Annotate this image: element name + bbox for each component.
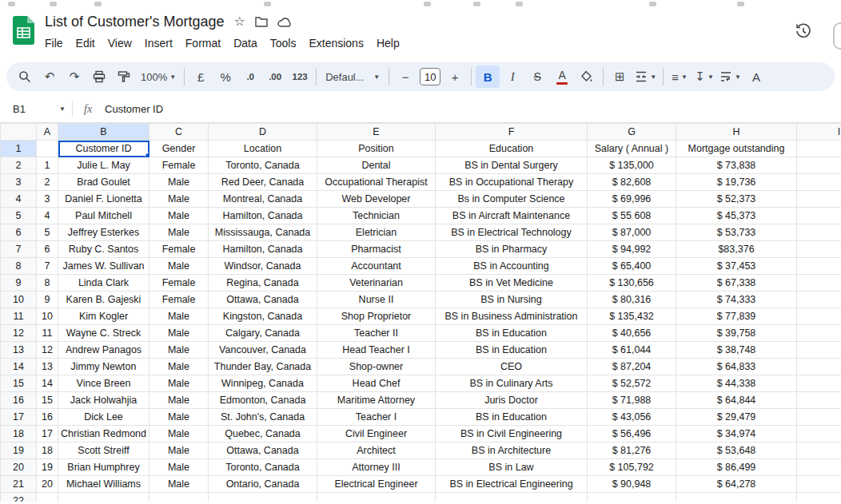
cell-A22[interactable] — [37, 493, 58, 502]
cell-D15[interactable]: Winnipeg, Canada — [209, 375, 317, 392]
cell-E6[interactable]: Eletrician — [317, 224, 436, 241]
cell-I1[interactable] — [797, 141, 841, 157]
cell-E9[interactable]: Veterinarian — [317, 275, 436, 292]
cell-F4[interactable]: Bs in Computer Science — [436, 191, 588, 208]
cell-G11[interactable]: $ 135,432 — [588, 308, 676, 325]
formula-input[interactable]: Customer ID — [105, 103, 163, 115]
cell-D4[interactable]: Montreal, Canada — [209, 191, 317, 208]
cell-I2[interactable] — [797, 157, 841, 174]
text-wrap-button[interactable]: ▼ — [717, 65, 743, 88]
cell-E11[interactable]: Shop Proprietor — [317, 308, 436, 325]
strikethrough-button[interactable]: S — [525, 65, 549, 88]
cell-G7[interactable]: $ 94,992 — [588, 241, 676, 258]
cell-H12[interactable]: $ 39,758 — [676, 325, 797, 342]
menu-format[interactable]: Format — [179, 34, 227, 52]
cell-D16[interactable]: Edmonton, Canada — [209, 392, 317, 409]
grid-corner[interactable] — [1, 124, 37, 141]
cell-C21[interactable]: Male — [149, 476, 209, 493]
cell-E1[interactable]: Position — [317, 141, 436, 157]
cell-B15[interactable]: Vince Breen — [58, 375, 149, 392]
cell-B7[interactable]: Ruby C. Santos — [58, 241, 149, 258]
cell-G21[interactable]: $ 90,948 — [588, 476, 676, 493]
row-header-10[interactable]: 10 — [1, 292, 37, 308]
cell-H22[interactable] — [676, 493, 797, 502]
cell-G14[interactable]: $ 87,204 — [588, 359, 676, 375]
column-header-A[interactable]: A — [37, 124, 58, 141]
cell-H13[interactable]: $ 38,748 — [676, 342, 797, 359]
row-header-2[interactable]: 2 — [1, 157, 37, 174]
sheets-logo-icon[interactable] — [13, 16, 34, 45]
cell-F20[interactable]: BS in Law — [436, 459, 588, 476]
cell-F10[interactable]: BS in Nursing — [436, 292, 588, 308]
cell-F5[interactable]: BS in Aircraft Maintenance — [436, 208, 588, 224]
cell-I7[interactable] — [797, 241, 841, 258]
row-header-22[interactable]: 22 — [1, 493, 37, 502]
cell-G13[interactable]: $ 61,044 — [588, 342, 676, 359]
row-header-1[interactable]: 1 — [1, 141, 37, 157]
column-header-G[interactable]: G — [588, 124, 676, 141]
cell-B10[interactable]: Karen B. Gajeski — [58, 292, 149, 308]
horizontal-align-button[interactable]: ≡▼ — [668, 65, 692, 88]
merge-cells-button[interactable]: ▼ — [632, 65, 659, 88]
cell-I10[interactable] — [797, 292, 841, 308]
cell-G15[interactable]: $ 52,572 — [588, 375, 676, 392]
cell-D3[interactable]: Red Deer, Canada — [209, 174, 317, 191]
cell-H14[interactable]: $ 64,833 — [676, 359, 797, 375]
row-header-20[interactable]: 20 — [1, 459, 37, 476]
row-header-16[interactable]: 16 — [1, 392, 37, 409]
cell-F8[interactable]: BS in Accounting — [436, 258, 588, 275]
cell-A13[interactable]: 12 — [37, 342, 58, 359]
cell-I8[interactable] — [797, 258, 841, 275]
redo-button[interactable]: ↷ — [62, 65, 86, 88]
cell-E8[interactable]: Accountant — [317, 258, 436, 275]
cell-H15[interactable]: $ 44,338 — [676, 375, 797, 392]
cell-H21[interactable]: $ 64,278 — [676, 476, 797, 493]
cell-D13[interactable]: Vancouver, Canada — [209, 342, 317, 359]
row-header-14[interactable]: 14 — [1, 359, 37, 375]
cell-G16[interactable]: $ 71,988 — [588, 392, 676, 409]
cell-F16[interactable]: Juris Doctor — [436, 392, 588, 409]
cell-B12[interactable]: Wayne C. Streck — [58, 325, 149, 342]
cell-F14[interactable]: CEO — [436, 359, 588, 375]
cell-C2[interactable]: Female — [149, 157, 209, 174]
cell-H5[interactable]: $ 45,373 — [676, 208, 797, 224]
column-header-C[interactable]: C — [149, 124, 209, 141]
cell-G8[interactable]: $ 65,400 — [588, 258, 676, 275]
cell-D19[interactable]: Ottawa, Canada — [209, 442, 317, 459]
cell-H10[interactable]: $ 74,333 — [676, 292, 797, 308]
cell-G1[interactable]: Salary ( Annual ) — [588, 141, 676, 157]
column-header-I[interactable]: I — [797, 124, 841, 141]
cell-F12[interactable]: BS in Education — [436, 325, 588, 342]
cell-D1[interactable]: Location — [209, 141, 317, 157]
cell-F7[interactable]: BS in Pharmacy — [436, 241, 588, 258]
cell-B21[interactable]: Michael Williams — [58, 476, 149, 493]
cell-G17[interactable]: $ 43,056 — [588, 409, 676, 426]
version-history-icon[interactable] — [795, 22, 814, 42]
row-header-6[interactable]: 6 — [1, 224, 37, 241]
cell-D2[interactable]: Toronto, Canada — [209, 157, 317, 174]
cell-F11[interactable]: BS in Business Administration — [436, 308, 588, 325]
cell-G6[interactable]: $ 87,000 — [588, 224, 676, 241]
cell-B22[interactable] — [58, 493, 149, 502]
row-header-9[interactable]: 9 — [1, 275, 37, 292]
text-color-button[interactable]: A — [550, 65, 574, 88]
cell-E18[interactable]: Civil Engineer — [317, 426, 436, 442]
cell-B13[interactable]: Andrew Panagos — [58, 342, 149, 359]
document-title[interactable]: List of Customer's Mortgage — [45, 14, 225, 30]
row-header-4[interactable]: 4 — [1, 191, 37, 208]
cell-D12[interactable]: Calgary, Canada — [209, 325, 317, 342]
cell-A9[interactable]: 8 — [37, 275, 58, 292]
cell-H6[interactable]: $ 53,733 — [676, 224, 797, 241]
cell-D20[interactable]: Toronto, Canada — [209, 459, 317, 476]
cell-G10[interactable]: $ 80,316 — [588, 292, 676, 308]
fill-color-button[interactable] — [575, 65, 599, 88]
cell-H11[interactable]: $ 77,839 — [676, 308, 797, 325]
cell-H18[interactable]: $ 34,974 — [676, 426, 797, 442]
cell-A3[interactable]: 2 — [37, 174, 58, 191]
cell-G19[interactable]: $ 81,276 — [588, 442, 676, 459]
font-family-select[interactable]: Defaul...▼ — [321, 65, 385, 88]
number-format-button[interactable]: 123 — [288, 65, 312, 88]
currency-format-button[interactable]: £ — [189, 65, 213, 88]
cell-C15[interactable]: Male — [149, 375, 209, 392]
name-box[interactable]: B1 ▼ — [0, 103, 72, 115]
